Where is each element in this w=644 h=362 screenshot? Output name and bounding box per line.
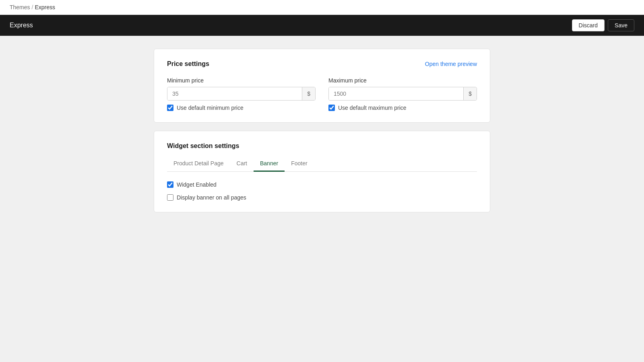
tab-banner[interactable]: Banner — [254, 156, 285, 172]
discard-button[interactable]: Discard — [572, 19, 605, 31]
max-price-checkbox-label: Use default maximum price — [338, 105, 407, 111]
widget-options: Widget Enabled Display banner on all pag… — [167, 181, 477, 201]
min-price-suffix: $ — [302, 87, 315, 100]
min-price-section: Minimum price $ Use default minimum pric… — [167, 77, 316, 111]
display-banner-checkbox[interactable] — [167, 194, 173, 201]
max-price-section: Maximum price $ Use default maximum pric… — [328, 77, 477, 111]
max-price-suffix: $ — [463, 87, 477, 100]
breadcrumb-separator: / — [32, 4, 33, 10]
save-button[interactable]: Save — [608, 19, 634, 31]
max-price-input[interactable] — [329, 87, 463, 100]
min-price-checkbox-row[interactable]: Use default minimum price — [167, 105, 316, 111]
nav-actions: Discard Save — [572, 19, 634, 31]
max-price-checkbox-row[interactable]: Use default maximum price — [328, 105, 477, 111]
breadcrumb-parent[interactable]: Themes — [10, 4, 30, 10]
widget-settings-title: Widget section settings — [167, 142, 477, 150]
price-settings-header: Price settings Open theme preview — [167, 60, 477, 68]
main-content: Price settings Open theme preview Minimu… — [141, 36, 503, 233]
max-price-label: Maximum price — [328, 77, 477, 84]
price-settings-title: Price settings — [167, 60, 209, 68]
min-price-input-wrapper: $ — [167, 87, 316, 101]
widget-tabs: Product Detail Page Cart Banner Footer — [167, 156, 477, 172]
tab-product-detail-page[interactable]: Product Detail Page — [167, 156, 230, 172]
display-banner-row[interactable]: Display banner on all pages — [167, 194, 477, 201]
max-price-input-wrapper: $ — [328, 87, 477, 101]
min-price-input[interactable] — [167, 87, 302, 100]
min-price-checkbox-label: Use default minimum price — [177, 105, 244, 111]
widget-enabled-row[interactable]: Widget Enabled — [167, 181, 477, 188]
breadcrumb-bar: Themes / Express — [0, 0, 644, 15]
max-price-checkbox[interactable] — [328, 105, 335, 111]
price-settings-card: Price settings Open theme preview Minimu… — [154, 49, 490, 123]
widget-enabled-checkbox[interactable] — [167, 181, 173, 188]
tab-footer[interactable]: Footer — [285, 156, 314, 172]
breadcrumb-current: Express — [35, 4, 55, 10]
display-banner-label: Display banner on all pages — [177, 194, 246, 201]
price-grid: Minimum price $ Use default minimum pric… — [167, 77, 477, 111]
min-price-label: Minimum price — [167, 77, 316, 84]
nav-title: Express — [10, 22, 33, 29]
nav-bar: Express Discard Save — [0, 15, 644, 36]
widget-enabled-label: Widget Enabled — [177, 181, 217, 188]
open-theme-preview-link[interactable]: Open theme preview — [425, 61, 477, 67]
widget-settings-card: Widget section settings Product Detail P… — [154, 131, 490, 212]
tab-cart[interactable]: Cart — [230, 156, 254, 172]
min-price-checkbox[interactable] — [167, 105, 173, 111]
